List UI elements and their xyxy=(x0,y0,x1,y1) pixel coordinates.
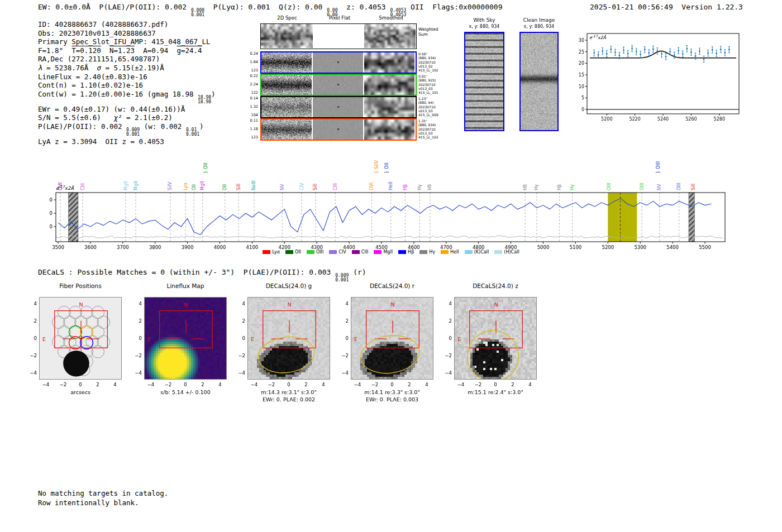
x-tick-label: 0 xyxy=(75,382,85,387)
legend-label: CIII xyxy=(361,250,369,255)
y-tick-label: 15 xyxy=(579,73,584,78)
legend-item: OIII xyxy=(307,250,323,255)
text-segment: DECaLS : Possible Matches = 0 (within +/… xyxy=(38,268,335,276)
y-tick-label: 30 xyxy=(579,38,584,43)
x-tick-label: 5220 xyxy=(629,117,640,122)
x-tick-label: 0 xyxy=(490,382,500,387)
cutout-panel-r: NE xyxy=(351,297,433,380)
legend-label: Hγ xyxy=(429,250,435,255)
compass-north-label: N xyxy=(390,301,394,308)
decals-header: DECaLS : Possible Matches = 0 (within +/… xyxy=(38,268,366,283)
x-tick-label: 2 xyxy=(508,382,518,387)
full-spectrum-plot: OVICIIIMgIIMgIISiIVLyαOIIMgIIOIISiIINeII… xyxy=(49,148,732,257)
elixer-detection-report: EW: 0.0±0.0Å P(LAE)/P(OII): 0.002 0.0080… xyxy=(0,0,782,532)
y-tick-label: 0 xyxy=(27,336,37,341)
line-marker-label: OVI xyxy=(369,183,374,190)
y-tick-label: −2 xyxy=(235,353,245,358)
stacked-uncertainty: 0.0090.001 xyxy=(335,274,349,283)
line-marker-label: Hβ xyxy=(557,184,562,190)
legend-label: MgII xyxy=(383,250,393,255)
compass-east-label: E xyxy=(147,336,151,342)
x-tick-label: −4 xyxy=(146,382,156,387)
y-tick-label: 4 xyxy=(442,301,452,306)
y-tick-label: −4 xyxy=(338,370,349,376)
line-marker-label: Hβ xyxy=(403,184,408,190)
cutout-panel-lineflux: NE xyxy=(144,297,227,380)
model-fit-curve xyxy=(590,51,736,58)
line-marker-label: MgII xyxy=(133,181,139,190)
masked-band xyxy=(69,193,78,242)
x-tick-label: 2 xyxy=(301,382,311,387)
legend-swatch xyxy=(419,250,427,254)
x-tick-label: −4 xyxy=(456,382,466,387)
cutout-overlay: NE xyxy=(351,298,433,380)
legend-swatch xyxy=(329,250,337,254)
line-marker-label: OIII xyxy=(640,183,645,190)
clean-image-title: Clean Image xyxy=(506,17,573,23)
legend-item: Hβ xyxy=(398,250,414,255)
line-marker-label: CIV xyxy=(299,183,304,190)
x-tick-label: 4 xyxy=(525,382,535,387)
with-sky-box xyxy=(464,32,504,131)
cutout-title-z: DECaLS(24.0) z xyxy=(440,282,551,289)
cutout-overlay: NE xyxy=(455,298,537,380)
line-marker-label: Hδ xyxy=(427,184,432,190)
x-tick-label: 2 xyxy=(198,382,208,387)
x-tick-label: 5240 xyxy=(657,117,669,122)
x-tick-label: 0 xyxy=(284,382,294,387)
legend-item: OII xyxy=(285,250,301,255)
x-tick-label: 2 xyxy=(93,382,103,387)
legend-item: Hγ xyxy=(419,250,435,255)
compass-east-label: E xyxy=(42,336,46,342)
y-tick-label: 4 xyxy=(235,301,245,306)
compass-east-label: E xyxy=(354,336,357,342)
y-tick-label: 0 xyxy=(338,336,349,341)
compass-east-label: E xyxy=(457,336,461,342)
x-tick-label: 4 xyxy=(215,382,225,387)
y-tick-label: 4 xyxy=(132,301,142,306)
y-tick-label: 2 xyxy=(338,318,349,324)
x-tick-label: −4 xyxy=(249,382,259,387)
legend-item: (K)CaII xyxy=(465,250,489,255)
line-marker-label: SiIV xyxy=(168,181,173,190)
aperture-ellipse xyxy=(468,330,518,380)
footer-line: No matching targets in catalog. xyxy=(38,489,168,499)
cutout-title-g: DECaLS(24.0) g xyxy=(233,282,345,289)
cutout-caption: m:15.1 re:2.4" s:3.0" xyxy=(437,389,554,395)
y-axis-label: e-17x2Å xyxy=(589,34,607,40)
legend-swatch xyxy=(465,250,473,254)
line-marker-label: HeII xyxy=(388,181,393,190)
cutout-title-lineflux: Lineflux Map xyxy=(130,282,241,289)
y-tick-label: 0 xyxy=(132,336,142,341)
clean-image-image xyxy=(521,33,557,130)
legend-item: CIV xyxy=(329,250,346,255)
full-spectrum-svg: OVICIIIMgIIMgIISiIVLyαOIIMgIIOIISiIINeII… xyxy=(49,148,732,257)
y-tick-label: 0 xyxy=(581,107,584,112)
y-tick-label: 2 xyxy=(27,318,37,324)
line-marker-label: SiII xyxy=(691,184,696,190)
cutout-caption: s/b: 5.14 +/- 0.100 xyxy=(127,389,244,395)
compass-north-label: N xyxy=(79,301,83,308)
y-tick-label: 5 xyxy=(581,95,584,100)
y-tick-label: 30 xyxy=(49,197,53,203)
x-tick-label: −2 xyxy=(473,382,483,387)
y-tick-label: 4 xyxy=(338,301,349,306)
line-marker-group-label: } OII xyxy=(203,162,208,174)
x-tick-label: −2 xyxy=(58,382,68,387)
line-fit-svg: 52005220524052605280051015202530e-17x2Å xyxy=(578,26,746,122)
legend-swatch xyxy=(285,250,293,254)
y-tick-label: 2 xyxy=(132,318,142,324)
line-marker-label: CIII xyxy=(333,183,338,190)
line-marker-label: Hγ xyxy=(534,184,539,190)
cutout-overlay: NE xyxy=(248,298,330,380)
line-marker-label: MgII xyxy=(200,181,205,190)
legend-item: MgII xyxy=(374,250,393,255)
line-marker-label: NeIII xyxy=(251,180,256,190)
legend-swatch xyxy=(441,250,449,254)
line-marker-label: MgII xyxy=(123,181,128,190)
clean-image-box xyxy=(519,32,559,131)
line-marker-label: SiII xyxy=(236,184,241,190)
y-tick-label: 2 xyxy=(235,318,245,324)
x-tick-label: 5280 xyxy=(714,117,725,122)
y-tick-label: −4 xyxy=(235,370,245,376)
